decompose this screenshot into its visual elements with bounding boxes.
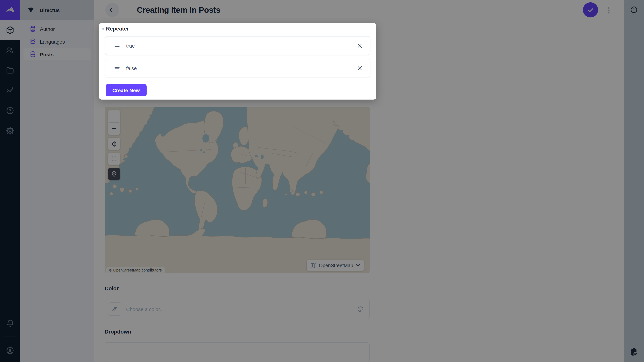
remove-item-button[interactable]	[356, 42, 363, 49]
repeater-item[interactable]: true	[105, 36, 370, 55]
create-new-button[interactable]: Create New	[106, 84, 146, 96]
drag-handle-icon	[113, 64, 121, 72]
screenshot-stage: Directus Author Languages	[0, 0, 644, 362]
drag-handle[interactable]	[113, 64, 121, 72]
repeater-item-value: false	[126, 65, 356, 71]
edited-dot	[102, 28, 104, 30]
remove-item-button[interactable]	[356, 64, 363, 71]
close-icon	[356, 42, 363, 49]
drag-handle[interactable]	[113, 42, 121, 49]
repeater-item[interactable]: false	[105, 59, 370, 77]
repeater-field-card: Repeater true f	[99, 23, 376, 99]
repeater-label-row: Repeater	[102, 26, 129, 32]
drag-handle-icon	[113, 42, 121, 49]
repeater-item-value: true	[126, 43, 356, 48]
close-icon	[356, 64, 363, 71]
repeater-label: Repeater	[106, 26, 129, 32]
directus-app: Directus Author Languages	[0, 0, 644, 362]
